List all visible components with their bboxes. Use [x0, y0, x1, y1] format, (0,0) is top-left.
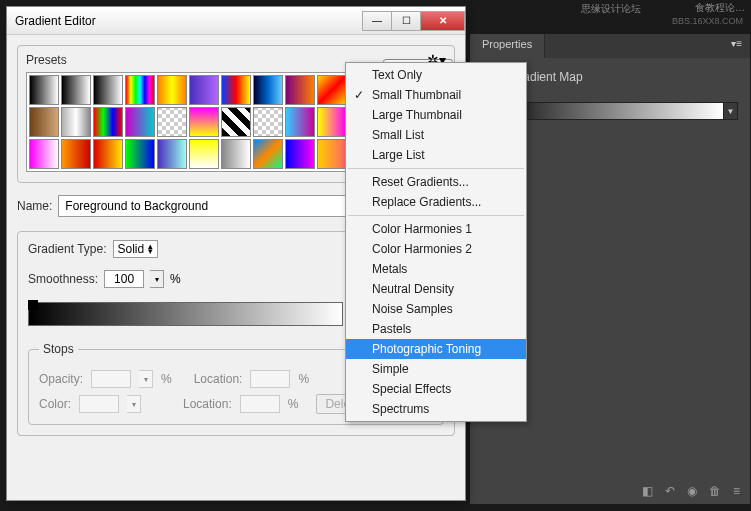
menu-item[interactable]: Color Harmonies 1 — [346, 219, 526, 239]
menu-item[interactable]: Text Only — [346, 65, 526, 85]
preset-swatch[interactable] — [125, 139, 155, 169]
preset-swatch[interactable] — [221, 139, 251, 169]
presets-context-menu: Text OnlySmall ThumbnailLarge ThumbnailS… — [345, 62, 527, 422]
close-button[interactable]: ✕ — [420, 11, 465, 31]
preset-swatch[interactable] — [221, 75, 251, 105]
menu-item[interactable]: Replace Gradients... — [346, 192, 526, 212]
gradient-type-select[interactable]: Solid▴▾ — [113, 240, 159, 258]
preset-swatch[interactable] — [317, 107, 347, 137]
panel-menu-icon[interactable]: ▾≡ — [723, 34, 750, 58]
preset-swatch[interactable] — [285, 75, 315, 105]
preset-swatch[interactable] — [93, 107, 123, 137]
preset-swatch[interactable] — [29, 75, 59, 105]
menu-item[interactable]: Special Effects — [346, 379, 526, 399]
preset-swatch[interactable] — [125, 107, 155, 137]
watermark-text: 思缘设计论坛 — [581, 2, 641, 16]
preset-swatch[interactable] — [189, 107, 219, 137]
preset-swatch[interactable] — [317, 139, 347, 169]
preset-swatch[interactable] — [93, 75, 123, 105]
preset-swatch[interactable] — [189, 75, 219, 105]
titlebar[interactable]: Gradient Editor — ☐ ✕ — [7, 7, 465, 35]
preset-swatch[interactable] — [253, 139, 283, 169]
footer-icon[interactable]: ◧ — [642, 484, 653, 498]
preset-swatch[interactable] — [285, 139, 315, 169]
preset-swatch[interactable] — [285, 107, 315, 137]
panel-footer: ◧ ↶ ◉ 🗑 ≡ — [642, 484, 740, 498]
preset-swatch[interactable] — [317, 75, 347, 105]
location-label: Location: — [194, 372, 243, 386]
menu-item[interactable]: Large Thumbnail — [346, 105, 526, 125]
menu-item[interactable]: Simple — [346, 359, 526, 379]
menu-item[interactable]: Metals — [346, 259, 526, 279]
name-label: Name: — [17, 199, 52, 213]
watermark-text: 食教程论… — [695, 2, 745, 14]
preset-swatch[interactable] — [29, 139, 59, 169]
minimize-button[interactable]: — — [362, 11, 392, 31]
preset-swatch[interactable] — [61, 107, 91, 137]
preset-swatch[interactable] — [61, 75, 91, 105]
smoothness-label: Smoothness: — [28, 272, 98, 286]
opacity-label: Opacity: — [39, 372, 83, 386]
preset-swatch[interactable] — [157, 139, 187, 169]
preset-swatch[interactable] — [29, 107, 59, 137]
percent-label: % — [170, 272, 181, 286]
gradient-dropdown[interactable]: ▼ — [724, 102, 738, 120]
opacity-input — [91, 370, 131, 388]
color-label: Color: — [39, 397, 71, 411]
location-label: Location: — [183, 397, 232, 411]
preset-swatch[interactable] — [221, 107, 251, 137]
gradient-type-label: Gradient Type: — [28, 242, 107, 256]
gradient-bar[interactable] — [28, 302, 343, 326]
location-input — [250, 370, 290, 388]
trash-icon[interactable]: 🗑 — [709, 484, 721, 498]
dialog-title: Gradient Editor — [15, 14, 363, 28]
location-input — [240, 395, 280, 413]
menu-item[interactable]: Pastels — [346, 319, 526, 339]
stops-label: Stops — [39, 342, 78, 356]
preset-swatch[interactable] — [253, 75, 283, 105]
footer-icon[interactable]: ↶ — [665, 484, 675, 498]
preset-swatch[interactable] — [125, 75, 155, 105]
menu-item[interactable]: Reset Gradients... — [346, 172, 526, 192]
smoothness-dropdown[interactable]: ▾ — [150, 270, 164, 288]
presets-label: Presets — [26, 53, 67, 67]
preset-swatch[interactable] — [93, 139, 123, 169]
menu-item[interactable]: Small List — [346, 125, 526, 145]
maximize-button[interactable]: ☐ — [391, 11, 421, 31]
color-input — [79, 395, 119, 413]
opacity-stop[interactable] — [28, 300, 38, 310]
menu-item[interactable]: Noise Samples — [346, 299, 526, 319]
menu-item[interactable]: Neutral Density — [346, 279, 526, 299]
menu-item[interactable]: Large List — [346, 145, 526, 165]
preset-swatch[interactable] — [61, 139, 91, 169]
color-dropdown: ▾ — [127, 395, 141, 413]
tab-properties[interactable]: Properties — [470, 34, 545, 58]
preset-swatch[interactable] — [157, 107, 187, 137]
preset-swatch[interactable] — [157, 75, 187, 105]
menu-item[interactable]: Spectrums — [346, 399, 526, 419]
menu-item[interactable]: Photographic Toning — [346, 339, 526, 359]
preset-swatch[interactable] — [253, 107, 283, 137]
preset-swatch[interactable] — [189, 139, 219, 169]
menu-item[interactable]: Color Harmonies 2 — [346, 239, 526, 259]
presets-grid — [26, 72, 348, 172]
footer-icon[interactable]: ≡ — [733, 484, 740, 498]
opacity-dropdown: ▾ — [139, 370, 153, 388]
footer-icon[interactable]: ◉ — [687, 484, 697, 498]
menu-item[interactable]: Small Thumbnail — [346, 85, 526, 105]
watermark-url: BBS.16XX8.COM — [672, 16, 743, 26]
smoothness-input[interactable] — [104, 270, 144, 288]
